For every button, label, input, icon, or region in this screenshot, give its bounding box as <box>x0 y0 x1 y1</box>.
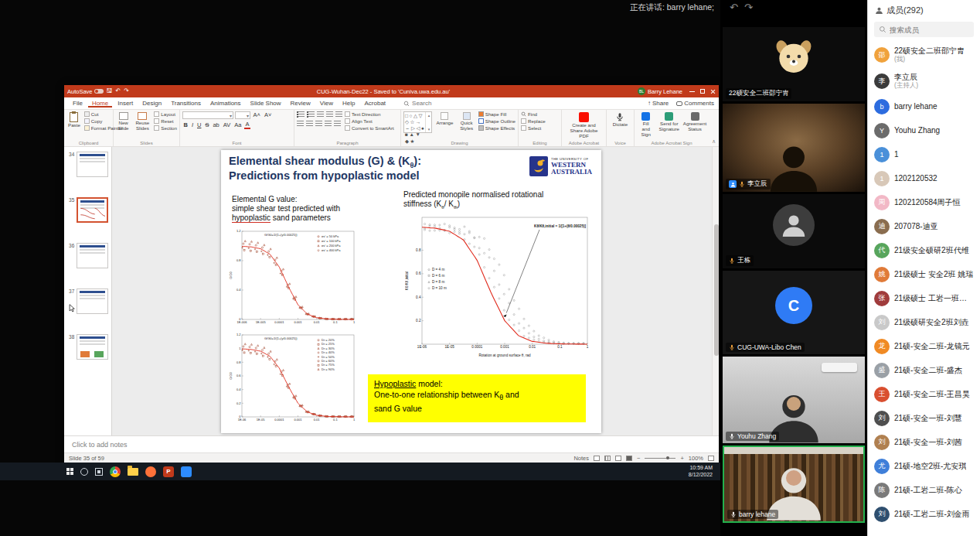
member-row[interactable]: 刘21硕-安全一班-刘茜 <box>868 430 980 454</box>
increase-font-button[interactable]: A˄ <box>252 112 261 118</box>
member-row[interactable]: 周1202120584周子恒 <box>868 190 980 214</box>
shape-icon[interactable]: ▷ <box>411 125 415 131</box>
tab-slide-show[interactable]: Slide Show <box>247 99 285 108</box>
send-for-signature-button[interactable]: Send for Signature <box>658 111 681 133</box>
start-button[interactable] <box>66 468 73 475</box>
member-row[interactable]: YYouhu Zhang <box>868 118 980 142</box>
reading-view-icon[interactable] <box>615 456 621 461</box>
shape-icon[interactable]: ⇔ <box>405 125 410 131</box>
tab-help[interactable]: Help <box>339 99 359 108</box>
tab-view[interactable]: View <box>316 99 337 108</box>
font-style-button-i[interactable]: I <box>190 122 194 128</box>
tab-review[interactable]: Review <box>287 99 315 108</box>
member-row[interactable]: 刘21级硕研安全2班刘垚 <box>868 310 980 334</box>
numbering-icon[interactable] <box>307 111 315 118</box>
tab-transitions[interactable]: Transitions <box>167 99 205 108</box>
autosave-toggle[interactable]: AutoSave <box>67 88 104 95</box>
video-tile-5[interactable]: Youhu Zhang <box>723 357 865 443</box>
decrease-font-button[interactable]: A˅ <box>263 112 272 118</box>
tab-insert[interactable]: Insert <box>114 99 137 108</box>
member-row[interactable]: 姚21级硕士 安全2班 姚瑞 <box>868 262 980 286</box>
thumbnail-preview[interactable] <box>77 152 108 177</box>
collapse-ribbon-icon[interactable]: ∧ <box>712 138 716 145</box>
member-row[interactable]: 迪207078-迪亚 <box>868 214 980 238</box>
text-direction-button[interactable]: Text Direction <box>345 111 394 117</box>
line-spacing-icon[interactable] <box>335 111 342 118</box>
new-slide-button[interactable]: New Slide <box>116 111 131 132</box>
normal-view-icon[interactable] <box>594 456 600 461</box>
tab-home[interactable]: Home <box>88 99 112 108</box>
zoom-out-icon[interactable]: − <box>637 455 640 462</box>
select-button[interactable]: Select <box>521 125 546 131</box>
arrange-button[interactable]: Arrange <box>434 111 454 127</box>
zoom-slider[interactable] <box>645 458 675 459</box>
columns-icon[interactable] <box>334 121 341 127</box>
shape-effects-button[interactable]: Shape Effects <box>478 125 516 131</box>
shape-fill-button[interactable]: Shape Fill <box>478 111 516 117</box>
shape-icon[interactable]: ☆ <box>410 119 415 125</box>
tab-animations[interactable]: Animations <box>206 99 245 108</box>
powerpoint-icon[interactable]: P <box>163 466 174 477</box>
member-row[interactable]: bbarry lehane <box>868 94 980 118</box>
member-row[interactable]: 刘21硕-工岩二班-刘金雨 <box>868 502 980 526</box>
font-name-select[interactable]: ▾ <box>182 111 233 119</box>
font-style-button-av[interactable]: AV <box>222 122 231 128</box>
video-tile-2[interactable]: 李立辰 <box>723 104 865 192</box>
slide-sorter-icon[interactable] <box>604 456 611 461</box>
dictate-button[interactable]: Dictate <box>611 111 629 128</box>
overlay-undo-icon[interactable]: ↶ <box>730 2 738 13</box>
browser-icon[interactable] <box>110 466 121 477</box>
overlay-redo-icon[interactable]: ↷ <box>744 2 753 13</box>
indent-increase-icon[interactable] <box>326 111 333 118</box>
editor-scrollbar[interactable] <box>712 147 719 435</box>
slideshow-icon[interactable] <box>626 456 632 461</box>
fill-and-sign-button[interactable]: Fill and Sign <box>637 111 655 138</box>
shape-icon[interactable]: ■ <box>405 131 408 138</box>
slide-thumbnail-35[interactable]: 35 <box>64 197 111 223</box>
redo-icon[interactable]: ↷ <box>124 88 129 94</box>
section-button[interactable]: Section <box>154 125 177 131</box>
reuse-slides-button[interactable]: Reuse Slides <box>133 111 151 132</box>
shape-icon[interactable]: ▲ <box>409 131 413 138</box>
font-style-button-a[interactable]: A <box>244 121 250 129</box>
member-row[interactable]: 11202120532 <box>868 166 980 190</box>
tab-design[interactable]: Design <box>138 99 165 108</box>
tab-file[interactable]: File <box>69 99 87 108</box>
member-search-input[interactable] <box>890 26 967 34</box>
notes-toggle[interactable]: Notes <box>573 455 589 462</box>
thumbnail-preview[interactable] <box>77 197 108 223</box>
slide-thumbnail-38[interactable]: 38 <box>64 334 111 360</box>
scrollbar-thumb[interactable] <box>714 224 719 356</box>
font-style-button-s[interactable]: S <box>204 122 210 128</box>
close-button[interactable] <box>710 89 716 94</box>
tab-acrobat[interactable]: Acrobat <box>360 99 390 108</box>
justify-icon[interactable] <box>325 121 332 127</box>
notes-pane[interactable]: Click to add notes <box>64 435 719 452</box>
taskbar-clock[interactable]: 10:59 AM 8/12/2022 <box>689 465 713 478</box>
firefox-icon[interactable] <box>145 466 156 477</box>
member-row[interactable]: 代21级安全硕研2班代维 <box>868 238 980 262</box>
shape-icon[interactable]: △ <box>413 113 417 119</box>
member-row[interactable]: 盛21硕-安全二班-盛杰 <box>868 358 980 382</box>
shape-icon[interactable]: ○ <box>409 113 412 119</box>
slide-thumbnail-34[interactable]: 34 <box>64 152 111 177</box>
member-row[interactable]: 张21级硕士 工岩一班张依杰然 <box>868 286 980 310</box>
member-row[interactable]: 11 <box>868 142 980 166</box>
shape-gallery[interactable]: □○△▽◇☆→⇔▷◁●■▲▼◆★ ▴▾ <box>403 111 432 133</box>
search-box[interactable]: Search <box>403 100 431 107</box>
replace-button[interactable]: Replace <box>521 118 546 124</box>
shape-icon[interactable]: ◁ <box>417 125 420 131</box>
save-icon[interactable]: 🖫 <box>107 88 113 94</box>
account-user[interactable]: BL Barry Lehane <box>638 87 682 95</box>
smartart-button[interactable]: Convert to SmartArt <box>345 125 394 131</box>
shape-icon[interactable]: ◇ <box>405 119 409 125</box>
restore-button[interactable] <box>700 89 705 94</box>
indent-decrease-icon[interactable] <box>317 111 324 118</box>
slide-thumbnail-37[interactable]: 37 <box>64 288 111 314</box>
align-center-icon[interactable] <box>306 121 313 127</box>
slide-thumbnail-36[interactable]: 36 <box>64 243 111 268</box>
minimize-button[interactable] <box>689 91 695 92</box>
align-text-button[interactable]: Align Text <box>345 118 394 124</box>
font-style-button-b[interactable]: B <box>182 122 189 128</box>
create-share-pdf-button[interactable]: Create and Share Adobe PDF <box>565 111 604 139</box>
